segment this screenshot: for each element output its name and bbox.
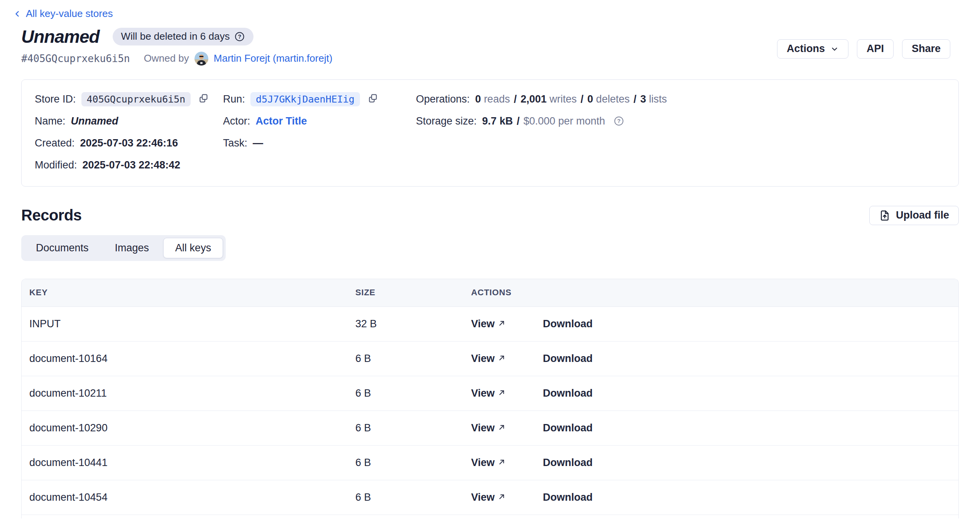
record-key: document-10290 (29, 422, 355, 434)
svg-text:?: ? (617, 118, 621, 124)
owner-link[interactable]: Martin Forejt (martin.forejt) (214, 52, 333, 64)
tab-documents[interactable]: Documents (24, 238, 101, 258)
tab-all-keys[interactable]: All keys (163, 238, 223, 258)
owned-by-label: Owned by (144, 52, 189, 64)
store-info-card: Store ID: 405GQcuprxeku6i5n Name: Unname… (21, 79, 959, 187)
run-label: Run: (223, 93, 245, 105)
storage-size-value: 9.7 kB/$0.000 per month (482, 115, 605, 127)
download-link[interactable]: Download (543, 457, 593, 469)
created-label: Created: (35, 137, 75, 149)
record-size: 6 B (355, 457, 471, 469)
external-link-icon (498, 491, 506, 503)
records-tab-group: DocumentsImagesAll keys (21, 235, 226, 261)
store-id-label: Store ID: (35, 93, 76, 105)
download-link[interactable]: Download (543, 318, 593, 330)
chevron-down-icon (830, 45, 839, 53)
records-table: KEY SIZE ACTIONS INPUT 32 B View Downloa… (21, 279, 959, 518)
record-key: document-10441 (29, 457, 355, 469)
external-link-icon (498, 318, 506, 330)
api-button[interactable]: API (857, 39, 894, 59)
download-link[interactable]: Download (543, 422, 593, 434)
page-title: Unnamed (21, 26, 100, 47)
question-circle-icon[interactable]: ? (613, 116, 624, 126)
table-row: document-10211 6 B View Download (22, 376, 958, 411)
name-label: Name: (35, 115, 66, 127)
view-link[interactable]: View (471, 353, 506, 365)
download-link[interactable]: Download (543, 387, 593, 399)
deletion-badge: Will be deleted in 6 days ? (113, 28, 254, 45)
operations-label: Operations: (416, 93, 470, 105)
storage-size-label: Storage size: (416, 115, 477, 127)
share-button[interactable]: Share (902, 39, 950, 59)
record-key: document-10164 (29, 353, 355, 365)
copy-icon (198, 93, 209, 105)
external-link-icon (498, 387, 506, 399)
record-key: document-10454 (29, 491, 355, 503)
operations-value: 0 reads/2,001 writes/0 deletes/3 lists (475, 93, 667, 105)
copy-store-id-button[interactable] (198, 93, 209, 105)
modified-value: 2025-07-03 22:48:42 (83, 159, 181, 171)
record-size: 6 B (355, 353, 471, 365)
table-row: document-10454 6 B View Download (22, 480, 958, 515)
external-link-icon (498, 353, 506, 365)
name-value: Unnamed (71, 115, 118, 127)
deletion-badge-label: Will be deleted in 6 days (121, 30, 230, 42)
view-link[interactable]: View (471, 422, 506, 434)
task-value: — (253, 137, 263, 149)
modified-label: Modified: (35, 159, 77, 171)
view-link[interactable]: View (471, 457, 506, 469)
store-id-value: 405GQcuprxeku6i5n (81, 92, 191, 106)
task-label: Task: (223, 137, 247, 149)
key-value-store-page: All key-value stores Unnamed Will be del… (0, 0, 980, 525)
records-title: Records (21, 207, 82, 224)
table-header-row: KEY SIZE ACTIONS (22, 279, 958, 307)
page-header: Unnamed Will be deleted in 6 days ? #405… (21, 26, 959, 66)
external-link-icon (498, 457, 506, 469)
actions-button[interactable]: Actions (777, 39, 848, 59)
record-size: 6 B (355, 422, 471, 434)
column-header-actions: ACTIONS (471, 288, 951, 298)
breadcrumb-label: All key-value stores (26, 8, 113, 20)
copy-icon (368, 93, 378, 105)
table-row: document-10164 6 B View Download (22, 342, 958, 376)
external-link-icon (498, 422, 506, 434)
record-size: 32 B (355, 318, 471, 330)
copy-run-id-button[interactable] (368, 93, 378, 105)
record-size: 6 B (355, 491, 471, 503)
created-value: 2025-07-03 22:46:16 (80, 137, 178, 149)
actor-link[interactable]: Actor Title (256, 115, 307, 127)
download-link[interactable]: Download (543, 353, 593, 365)
download-link[interactable]: Download (543, 491, 593, 503)
record-key: INPUT (29, 318, 355, 330)
record-key: document-10211 (29, 387, 355, 399)
column-header-size: SIZE (355, 288, 471, 298)
file-upload-icon (879, 210, 890, 221)
tab-images[interactable]: Images (103, 238, 161, 258)
breadcrumb[interactable]: All key-value stores (13, 8, 113, 20)
view-link[interactable]: View (471, 491, 506, 503)
view-link[interactable]: View (471, 318, 506, 330)
avatar[interactable] (194, 52, 208, 66)
table-row: INPUT 32 B View Download (22, 307, 958, 342)
svg-text:?: ? (238, 34, 242, 40)
table-row: document-10441 6 B View Download (22, 446, 958, 480)
actor-label: Actor: (223, 115, 250, 127)
question-circle-icon[interactable]: ? (234, 31, 245, 42)
view-link[interactable]: View (471, 387, 506, 399)
chevron-left-icon (13, 9, 22, 19)
run-link[interactable]: d5J7GKkjDaenHEIig (250, 92, 360, 106)
column-header-key: KEY (29, 288, 355, 298)
table-row: document-10290 6 B View Download (22, 411, 958, 446)
upload-file-button[interactable]: Upload file (869, 206, 959, 225)
store-hash: #405GQcuprxeku6i5n (21, 53, 130, 64)
record-size: 6 B (355, 387, 471, 399)
